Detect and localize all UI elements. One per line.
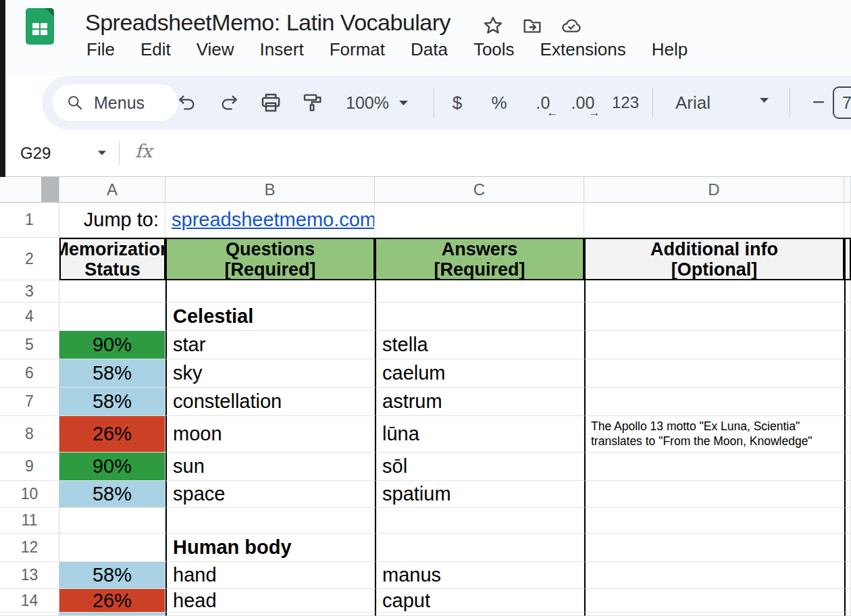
cell-C6[interactable]: caelum bbox=[375, 359, 584, 388]
increase-decimal-button[interactable]: .00→ bbox=[565, 89, 601, 116]
cell-E5[interactable] bbox=[844, 331, 851, 359]
row-header-7[interactable]: 7 bbox=[0, 388, 59, 416]
row-header-11[interactable]: 11 bbox=[0, 508, 59, 534]
name-box-arrow-icon[interactable] bbox=[97, 150, 107, 156]
cell-D14[interactable] bbox=[584, 589, 844, 613]
row-header-15[interactable] bbox=[0, 613, 59, 616]
menu-file[interactable]: File bbox=[86, 39, 115, 60]
cell-E14[interactable] bbox=[844, 589, 851, 613]
move-folder-icon[interactable] bbox=[521, 15, 543, 36]
cell-A6[interactable]: 58% bbox=[59, 359, 165, 388]
menu-view[interactable]: View bbox=[197, 39, 234, 60]
cell-A7[interactable]: 58% bbox=[59, 388, 165, 416]
cell-E2[interactable] bbox=[844, 238, 851, 280]
row-header-13[interactable]: 13 bbox=[0, 562, 59, 589]
cell-D3[interactable] bbox=[584, 280, 844, 303]
cell-E15[interactable] bbox=[844, 613, 851, 616]
cell-B3[interactable] bbox=[165, 280, 375, 303]
cell-C15[interactable] bbox=[375, 613, 584, 616]
cell-C5[interactable]: stella bbox=[375, 331, 584, 359]
undo-button[interactable] bbox=[174, 89, 201, 116]
cell-B7[interactable]: constellation bbox=[165, 388, 375, 416]
cell-B1[interactable]: spreadsheetmemo.com bbox=[165, 203, 375, 238]
cell-A13[interactable]: 58% bbox=[59, 562, 165, 589]
cell-A9[interactable]: 90% bbox=[59, 453, 165, 481]
decrease-decimal-button[interactable]: .0← bbox=[527, 89, 559, 116]
cell-E11[interactable] bbox=[844, 508, 851, 534]
cloud-saved-icon[interactable] bbox=[561, 15, 582, 36]
menu-tools[interactable]: Tools bbox=[473, 39, 515, 60]
cell-E7[interactable] bbox=[844, 388, 851, 416]
cell-C10[interactable]: spatium bbox=[375, 481, 584, 508]
row-header-4[interactable]: 4 bbox=[0, 303, 59, 331]
cell-D12[interactable] bbox=[584, 534, 844, 562]
cell-E3[interactable] bbox=[844, 280, 851, 303]
fx-label[interactable]: fx bbox=[135, 140, 152, 161]
star-icon[interactable] bbox=[482, 15, 504, 36]
number-format-button[interactable]: 123 bbox=[608, 89, 643, 116]
cell-D4[interactable] bbox=[584, 303, 844, 331]
zoom-selector[interactable]: 100% bbox=[346, 89, 409, 116]
sheets-logo-icon[interactable] bbox=[26, 8, 54, 45]
cell-B2[interactable]: Questions [Required] bbox=[165, 238, 375, 280]
cell-C7[interactable]: astrum bbox=[375, 388, 584, 416]
cell-B11[interactable] bbox=[165, 508, 375, 534]
row-header-2[interactable]: 2 bbox=[0, 238, 59, 280]
cell-C12[interactable] bbox=[375, 534, 584, 562]
cell-A2[interactable]: Memorization Status bbox=[59, 238, 165, 280]
row-header-5[interactable]: 5 bbox=[0, 331, 59, 359]
cell-A5[interactable]: 90% bbox=[59, 331, 165, 359]
format-percent-button[interactable]: % bbox=[486, 89, 513, 116]
row-header-8[interactable]: 8 bbox=[0, 416, 59, 453]
cell-B9[interactable]: sun bbox=[165, 453, 375, 481]
menu-format[interactable]: Format bbox=[330, 39, 385, 60]
column-header-D[interactable]: D bbox=[584, 177, 844, 203]
cell-C9[interactable]: sōl bbox=[375, 453, 584, 481]
format-currency-button[interactable]: $ bbox=[444, 89, 471, 116]
cell-E10[interactable] bbox=[844, 481, 851, 508]
cell-B12[interactable]: Human body bbox=[165, 534, 375, 562]
cell-C14[interactable]: caput bbox=[375, 589, 584, 613]
decrease-font-size-button[interactable]: − bbox=[804, 85, 833, 119]
cell-C13[interactable]: manus bbox=[375, 562, 584, 589]
chevron-down-icon[interactable] bbox=[759, 97, 769, 103]
cell-B6[interactable]: sky bbox=[165, 359, 375, 388]
cell-B14[interactable]: head bbox=[165, 589, 375, 613]
cell-C1[interactable] bbox=[375, 203, 584, 238]
cell-A15[interactable] bbox=[59, 613, 165, 616]
cell-A10[interactable]: 58% bbox=[59, 481, 165, 508]
cell-C8[interactable]: lūna bbox=[375, 416, 584, 453]
cell-E13[interactable] bbox=[844, 562, 851, 589]
row-header-9[interactable]: 9 bbox=[0, 453, 59, 481]
select-all-corner[interactable] bbox=[0, 177, 59, 203]
cell-E9[interactable] bbox=[844, 453, 851, 481]
row-header-3[interactable]: 3 bbox=[0, 280, 59, 303]
cell-C4[interactable] bbox=[375, 303, 584, 331]
name-box[interactable]: G29 bbox=[20, 130, 51, 177]
cell-E12[interactable] bbox=[844, 534, 851, 562]
cell-E6[interactable] bbox=[844, 359, 851, 388]
cell-D2[interactable]: Additional info [Optional] bbox=[584, 238, 844, 280]
cell-E1[interactable] bbox=[844, 203, 851, 238]
cell-A12[interactable] bbox=[59, 534, 165, 562]
cell-B13[interactable]: hand bbox=[165, 562, 375, 589]
cell-D5[interactable] bbox=[584, 331, 844, 359]
cell-D11[interactable] bbox=[584, 508, 844, 534]
hyperlink[interactable]: spreadsheetmemo.com bbox=[172, 209, 375, 231]
cell-D7[interactable] bbox=[584, 388, 844, 416]
paint-format-button[interactable] bbox=[299, 89, 326, 116]
cell-B10[interactable]: space bbox=[165, 481, 375, 508]
cell-A14[interactable]: 26% bbox=[59, 589, 165, 613]
cell-E4[interactable] bbox=[844, 303, 851, 331]
row-header-10[interactable]: 10 bbox=[0, 481, 59, 508]
cell-A3[interactable] bbox=[59, 280, 165, 303]
column-header-C[interactable]: C bbox=[375, 177, 584, 203]
cell-D10[interactable] bbox=[584, 481, 844, 508]
menu-data[interactable]: Data bbox=[411, 39, 448, 60]
menu-help[interactable]: Help bbox=[652, 39, 688, 60]
cell-A4[interactable] bbox=[59, 303, 165, 331]
menu-insert[interactable]: Insert bbox=[260, 39, 304, 60]
cell-D8[interactable]: The Apollo 13 motto "Ex Luna, Scientia" … bbox=[584, 416, 844, 453]
cell-D6[interactable] bbox=[584, 359, 844, 388]
cell-A1[interactable]: Jump to: bbox=[59, 203, 165, 238]
